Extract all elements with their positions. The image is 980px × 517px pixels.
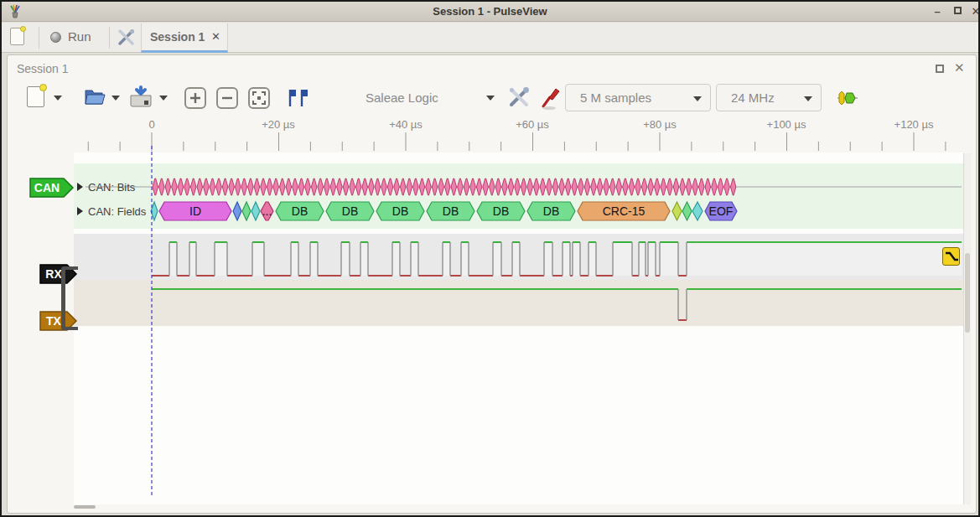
bit-annotation xyxy=(267,178,272,195)
bit-annotation xyxy=(540,178,545,195)
ruler-tick-label: +120 µs xyxy=(894,118,934,131)
bit-annotation xyxy=(229,178,234,195)
trace-group-bracket[interactable] xyxy=(61,266,78,330)
bit-annotation xyxy=(718,178,723,195)
bit-annotation xyxy=(578,178,583,195)
bit-annotation xyxy=(515,178,520,195)
bit-annotation xyxy=(667,178,672,195)
horizontal-scrollbar-thumb[interactable] xyxy=(74,505,96,509)
app-window: Session 1 - PulseView – ✕ Run Session 1 … xyxy=(0,0,980,517)
bit-annotation xyxy=(547,178,552,195)
bit-annotation xyxy=(730,178,735,195)
field-annotation-label: DB xyxy=(493,204,509,218)
bit-annotation xyxy=(426,178,431,195)
bit-annotation xyxy=(241,178,246,195)
bit-annotation xyxy=(705,178,710,195)
bit-annotation xyxy=(464,178,469,195)
bit-annotation xyxy=(495,178,500,195)
field-annotation-label: DB xyxy=(443,204,459,218)
bit-annotation xyxy=(445,178,450,195)
bit-annotation xyxy=(508,178,513,195)
bit-annotation xyxy=(476,178,481,195)
trigger-marker-falling-edge-icon[interactable] xyxy=(942,247,960,266)
bit-annotation xyxy=(451,178,456,195)
bit-annotation xyxy=(273,178,278,195)
bit-annotation xyxy=(184,178,189,195)
ruler-tick-label: +80 µs xyxy=(643,118,677,131)
trace-canvas[interactable]: ID...DBDBDBDBDBDBCRC-15EOF xyxy=(2,2,980,517)
bit-annotation xyxy=(692,178,697,195)
field-annotation-label: DB xyxy=(292,204,308,218)
field-annotation-label: DB xyxy=(342,204,358,218)
bit-annotation xyxy=(337,178,342,195)
bit-annotation xyxy=(400,178,405,195)
ruler-tick-label: +60 µs xyxy=(516,118,549,131)
bit-annotation xyxy=(559,178,564,195)
bit-annotation xyxy=(584,178,589,195)
bit-annotation xyxy=(248,178,253,195)
bit-annotation xyxy=(407,178,412,195)
bit-annotation xyxy=(641,178,646,195)
bit-annotation xyxy=(394,178,399,195)
bit-annotation xyxy=(673,178,678,195)
bit-annotation xyxy=(330,178,335,195)
bit-annotation xyxy=(254,178,259,195)
bit-annotation xyxy=(712,178,717,195)
bit-annotation xyxy=(210,178,215,195)
bit-annotation xyxy=(609,178,614,195)
svg-text:TX: TX xyxy=(46,314,62,328)
field-annotation xyxy=(692,202,703,220)
expand-bits-row-arrow[interactable] xyxy=(77,183,83,191)
bit-annotation xyxy=(623,178,628,195)
bit-annotation xyxy=(724,178,729,195)
bit-annotation xyxy=(362,178,367,195)
bit-annotation xyxy=(432,178,437,195)
ruler-tick-label: +40 µs xyxy=(389,118,423,131)
ruler-tick-label: +20 µs xyxy=(262,118,295,131)
bit-annotation xyxy=(286,178,291,195)
bit-annotation xyxy=(527,178,532,195)
ruler-tick-label: 0 xyxy=(148,118,154,131)
bit-annotation xyxy=(165,178,170,195)
svg-text:RX: RX xyxy=(45,267,62,281)
bit-annotation xyxy=(222,178,227,195)
bit-annotation xyxy=(343,178,348,195)
ruler-ticks xyxy=(88,132,946,151)
decoder-tag-can[interactable]: CAN xyxy=(29,178,75,198)
bit-annotation xyxy=(298,178,303,195)
bit-annotation xyxy=(305,178,310,195)
bit-annotation xyxy=(438,178,443,195)
bit-annotation xyxy=(350,178,355,195)
field-annotation-label: DB xyxy=(543,204,559,218)
bit-annotation xyxy=(375,178,380,195)
bit-annotation xyxy=(521,178,526,195)
bit-annotation xyxy=(635,178,640,195)
field-annotation-label: CRC-15 xyxy=(603,204,646,218)
bit-annotation xyxy=(369,178,374,195)
bit-annotation xyxy=(655,178,660,195)
bit-annotation xyxy=(204,178,209,195)
bit-annotation xyxy=(502,178,507,195)
bit-annotation xyxy=(381,178,386,195)
bit-annotation xyxy=(534,178,539,195)
bit-annotation xyxy=(591,178,596,195)
bit-annotation xyxy=(419,178,424,195)
bit-annotation xyxy=(216,178,221,195)
bit-annotation xyxy=(458,178,463,195)
vertical-scrollbar-thumb[interactable] xyxy=(965,253,970,333)
bit-annotation xyxy=(552,178,557,195)
field-annotation-label: ID xyxy=(189,204,201,218)
bit-annotation xyxy=(293,178,298,195)
bit-annotation xyxy=(490,178,495,195)
bit-annotation xyxy=(153,178,158,195)
bit-annotation xyxy=(616,178,621,195)
bit-annotation xyxy=(324,178,329,195)
bit-annotation xyxy=(159,178,164,195)
bit-annotation xyxy=(572,178,577,195)
field-annotation xyxy=(682,202,692,220)
bit-annotation xyxy=(680,178,685,195)
expand-fields-row-arrow[interactable] xyxy=(77,207,83,215)
field-annotation-label: EOF xyxy=(709,204,734,218)
bit-annotation xyxy=(261,178,266,195)
bit-annotation xyxy=(197,178,202,195)
